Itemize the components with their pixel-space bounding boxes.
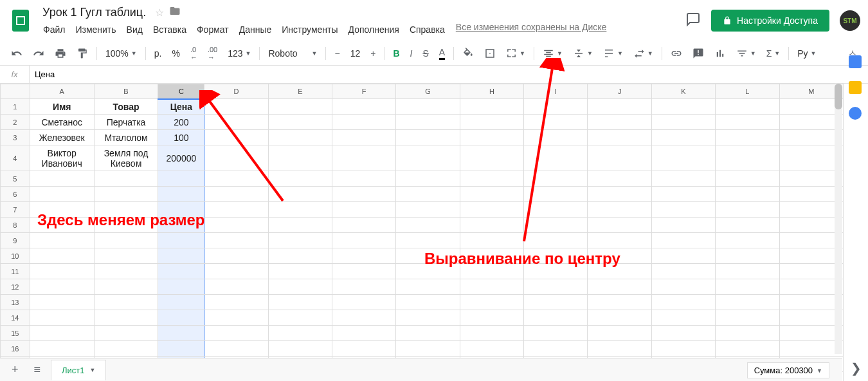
cell-A15[interactable] xyxy=(30,326,94,341)
cell-M13[interactable] xyxy=(779,295,843,310)
cell-I14[interactable] xyxy=(524,310,588,326)
cell-C15[interactable] xyxy=(158,326,204,341)
comment-icon[interactable] xyxy=(685,12,701,30)
cell-A13[interactable] xyxy=(30,295,94,310)
col-header-G[interactable]: G xyxy=(396,84,460,99)
cell-M5[interactable] xyxy=(779,171,843,187)
cell-K2[interactable] xyxy=(651,115,715,130)
cell-B15[interactable] xyxy=(94,326,158,341)
all-sheets-button[interactable]: ≡ xyxy=(29,360,46,379)
row-header-4[interactable]: 4 xyxy=(1,145,30,171)
col-header-F[interactable]: F xyxy=(332,84,396,99)
cell-I15[interactable] xyxy=(524,326,588,341)
keep-icon[interactable] xyxy=(849,81,862,94)
cell-F2[interactable] xyxy=(332,115,396,130)
cell-G15[interactable] xyxy=(396,326,460,341)
menu-file[interactable]: Файл xyxy=(39,22,69,37)
cell-D10[interactable] xyxy=(204,248,268,264)
bold-button[interactable]: B xyxy=(388,44,404,62)
row-header-9[interactable]: 9 xyxy=(1,233,30,248)
cell-H15[interactable] xyxy=(460,326,523,341)
cell-D3[interactable] xyxy=(204,130,268,145)
cell-J14[interactable] xyxy=(588,310,651,326)
merge-cells-button[interactable]: ▼ xyxy=(502,44,530,62)
menu-help[interactable]: Справка xyxy=(405,22,449,37)
cell-A11[interactable] xyxy=(30,264,94,279)
cell-C11[interactable] xyxy=(158,264,204,279)
avatar[interactable]: STM xyxy=(840,10,860,31)
cell-A9[interactable] xyxy=(30,233,94,248)
cell-K1[interactable] xyxy=(651,99,715,115)
cell-M15[interactable] xyxy=(779,326,843,341)
cell-B16[interactable] xyxy=(94,341,158,357)
row-header-5[interactable]: 5 xyxy=(1,171,30,187)
text-color-button[interactable]: A xyxy=(435,43,449,64)
cell-K5[interactable] xyxy=(651,171,715,187)
menu-insert[interactable]: Вставка xyxy=(149,22,191,37)
cell-L5[interactable] xyxy=(716,171,779,187)
menu-format[interactable]: Формат xyxy=(192,22,233,37)
cell-B6[interactable] xyxy=(94,187,158,202)
currency-button[interactable]: р. xyxy=(150,44,167,62)
cell-F5[interactable] xyxy=(332,171,396,187)
cell-I2[interactable] xyxy=(524,115,588,130)
cell-B2[interactable]: Перчатка xyxy=(94,115,158,130)
cell-J2[interactable] xyxy=(588,115,651,130)
col-header-A[interactable]: A xyxy=(30,84,94,99)
cell-F10[interactable] xyxy=(332,248,396,264)
cell-B5[interactable] xyxy=(94,171,158,187)
cell-D2[interactable] xyxy=(204,115,268,130)
cell-M7[interactable] xyxy=(779,202,843,218)
text-wrap-button[interactable]: ▼ xyxy=(599,44,628,63)
cell-E14[interactable] xyxy=(268,310,332,326)
cell-H9[interactable] xyxy=(460,233,523,248)
cell-L4[interactable] xyxy=(716,145,779,171)
cell-H3[interactable] xyxy=(460,130,523,145)
cell-B12[interactable] xyxy=(94,279,158,295)
cell-G9[interactable] xyxy=(396,233,460,248)
cell-I1[interactable] xyxy=(524,99,588,115)
cell-F11[interactable] xyxy=(332,264,396,279)
cell-J8[interactable] xyxy=(588,218,651,233)
borders-button[interactable] xyxy=(480,44,500,63)
cell-E6[interactable] xyxy=(268,187,332,202)
share-button[interactable]: Настройки Доступа xyxy=(711,10,829,32)
cell-A6[interactable] xyxy=(30,187,94,202)
horizontal-align-button[interactable]: ▼ xyxy=(538,44,567,63)
cell-D16[interactable] xyxy=(204,341,268,357)
cell-B3[interactable]: Мталолом xyxy=(94,130,158,145)
cell-M16[interactable] xyxy=(779,341,843,357)
cell-I4[interactable] xyxy=(524,145,588,171)
cell-J16[interactable] xyxy=(588,341,651,357)
cell-D4[interactable] xyxy=(204,145,268,171)
row-header-14[interactable]: 14 xyxy=(1,310,30,326)
cell-G3[interactable] xyxy=(396,130,460,145)
cell-L3[interactable] xyxy=(716,130,779,145)
font-size-input[interactable]: 12 xyxy=(346,44,365,62)
cell-D13[interactable] xyxy=(204,295,268,310)
cell-A1[interactable]: Имя xyxy=(30,99,94,115)
cell-A5[interactable] xyxy=(30,171,94,187)
cell-D7[interactable] xyxy=(204,202,268,218)
cell-K16[interactable] xyxy=(651,341,715,357)
link-button[interactable] xyxy=(666,44,687,63)
strikethrough-button[interactable]: S xyxy=(418,44,433,62)
cell-E10[interactable] xyxy=(268,248,332,264)
undo-button[interactable] xyxy=(6,44,27,63)
col-header-E[interactable]: E xyxy=(268,84,332,99)
menu-tools[interactable]: Инструменты xyxy=(277,22,342,37)
cell-E8[interactable] xyxy=(268,218,332,233)
percent-button[interactable]: % xyxy=(167,44,184,62)
cell-A4[interactable]: Виктор Иванович xyxy=(30,145,94,171)
cell-L1[interactable] xyxy=(716,99,779,115)
font-dropdown[interactable]: Roboto▼ xyxy=(264,44,321,62)
cell-I12[interactable] xyxy=(524,279,588,295)
cell-I8[interactable] xyxy=(524,218,588,233)
cell-C13[interactable] xyxy=(158,295,204,310)
cell-J15[interactable] xyxy=(588,326,651,341)
row-header-1[interactable]: 1 xyxy=(1,99,30,115)
cell-B14[interactable] xyxy=(94,310,158,326)
cell-E5[interactable] xyxy=(268,171,332,187)
cell-L6[interactable] xyxy=(716,187,779,202)
redo-button[interactable] xyxy=(28,44,49,63)
